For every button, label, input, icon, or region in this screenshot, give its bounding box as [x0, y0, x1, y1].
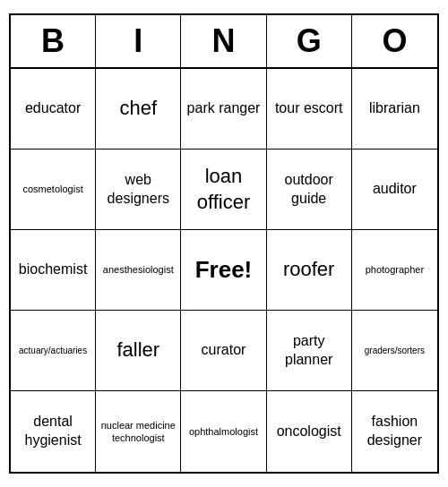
bingo-cell-14: photographer — [352, 230, 437, 311]
bingo-cell-16: faller — [96, 311, 181, 391]
bingo-cell-6: web designers — [96, 150, 181, 230]
cell-text-6: web designers — [99, 171, 177, 209]
bingo-grid: educatorchefpark rangertour escortlibrar… — [11, 69, 437, 472]
bingo-cell-9: auditor — [352, 150, 437, 230]
bingo-letter-g: G — [267, 15, 352, 67]
bingo-cell-7: loan officer — [181, 150, 266, 230]
bingo-cell-10: biochemist — [11, 230, 96, 311]
bingo-cell-22: ophthalmologist — [181, 391, 266, 472]
bingo-header: BINGO — [11, 15, 437, 69]
bingo-cell-2: park ranger — [181, 69, 266, 150]
cell-text-4: librarian — [369, 99, 420, 118]
bingo-cell-0: educator — [11, 69, 96, 150]
cell-text-23: oncologist — [277, 423, 341, 441]
cell-text-19: graders/sorters — [365, 345, 425, 356]
bingo-cell-4: librarian — [352, 69, 437, 150]
cell-text-7: loan officer — [185, 164, 262, 215]
bingo-cell-18: party planner — [267, 311, 352, 391]
cell-text-10: biochemist — [19, 261, 87, 279]
cell-text-21: nuclear medicine technologist — [99, 419, 177, 445]
cell-text-3: tour escort — [275, 99, 343, 118]
cell-text-5: cosmetologist — [22, 183, 82, 195]
cell-text-9: auditor — [373, 180, 417, 199]
bingo-letter-i: I — [96, 15, 181, 67]
cell-text-20: dental hygienist — [14, 413, 91, 450]
cell-text-16: faller — [116, 337, 159, 363]
cell-text-13: roofer — [283, 257, 334, 283]
bingo-cell-23: oncologist — [267, 391, 352, 472]
cell-text-1: chef — [119, 96, 157, 122]
cell-text-0: educator — [25, 99, 81, 118]
cell-text-15: actuary/actuaries — [19, 345, 87, 356]
cell-text-11: anesthesiologist — [103, 263, 174, 276]
cell-text-24: fashion designer — [356, 413, 434, 450]
bingo-card: BINGO educatorchefpark rangertour escort… — [9, 13, 439, 474]
cell-text-2: park ranger — [187, 99, 261, 118]
bingo-letter-b: B — [11, 15, 96, 67]
bingo-cell-3: tour escort — [267, 69, 352, 150]
cell-text-12: Free! — [195, 255, 253, 286]
bingo-letter-n: N — [181, 15, 266, 67]
cell-text-14: photographer — [366, 263, 424, 276]
bingo-cell-24: fashion designer — [352, 391, 437, 472]
bingo-cell-13: roofer — [267, 230, 352, 311]
bingo-cell-15: actuary/actuaries — [11, 311, 96, 391]
bingo-cell-11: anesthesiologist — [96, 230, 181, 311]
cell-text-8: outdoor guide — [271, 171, 348, 209]
cell-text-18: party planner — [271, 332, 348, 370]
bingo-cell-17: curator — [181, 311, 266, 391]
cell-text-22: ophthalmologist — [189, 425, 258, 438]
bingo-cell-20: dental hygienist — [11, 391, 96, 472]
bingo-cell-5: cosmetologist — [11, 150, 96, 230]
cell-text-17: curator — [202, 341, 246, 360]
bingo-cell-12: Free! — [181, 230, 266, 311]
bingo-cell-19: graders/sorters — [352, 311, 437, 391]
bingo-letter-o: O — [352, 15, 437, 67]
bingo-cell-8: outdoor guide — [267, 150, 352, 230]
bingo-cell-21: nuclear medicine technologist — [96, 391, 181, 472]
bingo-cell-1: chef — [96, 69, 181, 150]
